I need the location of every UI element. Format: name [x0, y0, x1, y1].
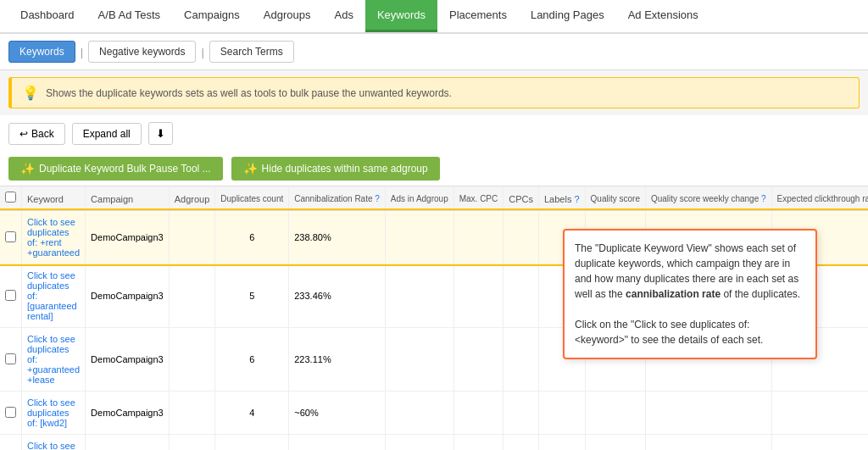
- col-header-cannib-rate: Cannibalization Rate ?: [289, 186, 386, 210]
- nav-campaigns[interactable]: Campaigns: [172, 0, 252, 32]
- nav-dashboard[interactable]: Dashboard: [8, 0, 86, 32]
- select-all-checkbox[interactable]: [5, 192, 16, 203]
- row-campaign: DemoCampaign3: [86, 392, 170, 435]
- toolbar: ↩ Back Expand all ⬇: [0, 115, 868, 152]
- subnav-divider: |: [81, 46, 83, 58]
- nav-placements[interactable]: Placements: [437, 0, 519, 32]
- banner-text: Shows the duplicate keywords sets as wel…: [46, 87, 452, 99]
- download-button[interactable]: ⬇: [148, 122, 173, 145]
- main-table-container: Keyword Campaign Adgroup Duplicates coun…: [0, 186, 868, 450]
- row-checkbox[interactable]: [5, 231, 16, 242]
- row-keyword: Click to see duplicates of: +guaranteed …: [22, 328, 86, 392]
- keyword-link[interactable]: Click to see duplicates of: +guaranteed …: [27, 441, 80, 450]
- col-header-quality-score: Quality score: [585, 186, 645, 210]
- row-cannib-rate: 238.80%: [289, 210, 386, 264]
- subnav-keywords[interactable]: Keywords: [8, 41, 75, 63]
- row-dup-count: 6: [215, 328, 289, 392]
- row-dup-count: 5: [215, 264, 289, 328]
- nav-ad-extensions[interactable]: Ad Extensions: [616, 0, 710, 32]
- info-icon: 💡: [22, 85, 39, 101]
- row-adgroup: [169, 210, 215, 264]
- row-cannib-rate: ~60%: [289, 392, 386, 435]
- expand-all-button[interactable]: Expand all: [72, 123, 142, 145]
- row-checkbox[interactable]: [5, 407, 16, 418]
- hide-duplicates-button[interactable]: ✨ Hide duplicates within same adgroup: [231, 157, 440, 181]
- wand-icon2: ✨: [243, 162, 258, 175]
- col-header-cpcs: CPCs: [504, 186, 539, 210]
- keyword-link[interactable]: Click to see duplicates of: [guaranteed …: [27, 270, 77, 321]
- col-header-checkbox: [0, 186, 22, 210]
- table-row: Click to see duplicates of: [kwd2]DemoCa…: [0, 392, 868, 435]
- nav-ab-tests[interactable]: A/B Ad Tests: [86, 0, 172, 32]
- row-ads-in-adgroup: [385, 328, 453, 392]
- col-header-qs-weekly: Quality score weekly change ?: [645, 186, 771, 210]
- col-header-keyword: Keyword: [22, 186, 86, 210]
- row-adgroup: [169, 328, 215, 392]
- row-ads-in-adgroup: [385, 210, 453, 264]
- keyword-link[interactable]: Click to see duplicates of: [kwd2]: [27, 397, 75, 428]
- row-dup-count: 6: [215, 210, 289, 264]
- hide-duplicates-label: Hide duplicates within same adgroup: [262, 163, 428, 175]
- tooltip-text1: The "Duplicate Keyword View" shows each …: [575, 241, 805, 302]
- col-header-labels: Labels ?: [538, 186, 585, 210]
- row-checkbox-cell: [0, 264, 22, 328]
- row-max-cpc: [453, 435, 504, 451]
- col-header-max-cpc: Max. CPC: [453, 186, 504, 210]
- row-qs-weekly: [645, 392, 771, 435]
- row-checkbox[interactable]: [5, 290, 16, 301]
- keyword-link[interactable]: Click to see duplicates of: +guaranteed …: [27, 334, 80, 385]
- subnav-search-terms[interactable]: Search Terms: [209, 41, 294, 63]
- nav-ads[interactable]: Ads: [323, 0, 365, 32]
- col-header-exp-ctr: Expected clickthrough rate: [771, 186, 868, 210]
- row-keyword: Click to see duplicates of: +rent +guara…: [22, 210, 86, 264]
- row-keyword: Click to see duplicates of: [kwd2]: [22, 392, 86, 435]
- back-arrow-icon: ↩: [19, 128, 28, 140]
- row-qs-weekly: [645, 435, 771, 451]
- duplicate-keyword-tool-button[interactable]: ✨ Duplicate Keyword Bulk Pause Tool ...: [8, 157, 223, 181]
- row-checkbox-cell: [0, 210, 22, 264]
- cannib-rate-info-icon[interactable]: ?: [375, 194, 380, 203]
- row-cpcs: [504, 328, 539, 392]
- tooltip-text3: Click on the "Click to see duplicates of…: [575, 317, 805, 347]
- row-checkbox-cell: [0, 392, 22, 435]
- row-labels: [538, 435, 585, 451]
- row-checkbox[interactable]: [5, 353, 16, 364]
- back-button[interactable]: ↩ Back: [8, 123, 65, 145]
- tooltip-bold: cannibalization rate: [626, 288, 721, 300]
- top-nav: Dashboard A/B Ad Tests Campaigns Adgroup…: [0, 0, 868, 34]
- row-ads-in-adgroup: [385, 435, 453, 451]
- download-icon: ⬇: [156, 127, 165, 140]
- row-adgroup: [169, 264, 215, 328]
- row-max-cpc: [453, 210, 504, 264]
- labels-info-icon[interactable]: ?: [574, 194, 579, 204]
- row-quality-score: [585, 435, 645, 451]
- row-checkbox-cell: [0, 328, 22, 392]
- row-quality-score: [585, 392, 645, 435]
- subnav-negative-keywords[interactable]: Negative keywords: [88, 41, 196, 63]
- sub-nav: Keywords | Negative keywords | Search Te…: [0, 34, 868, 70]
- expand-label: Expand all: [83, 128, 131, 140]
- qs-weekly-info-icon[interactable]: ?: [761, 194, 766, 203]
- info-banner: 💡 Shows the duplicate keywords sets as w…: [8, 77, 860, 108]
- keyword-link[interactable]: Click to see duplicates of: +rent +guara…: [27, 217, 80, 258]
- back-label: Back: [31, 128, 54, 140]
- row-exp-ctr: [771, 392, 868, 435]
- col-header-ads-in-adgroup: Ads in Adgroup: [385, 186, 453, 210]
- duplicate-tool-label: Duplicate Keyword Bulk Pause Tool ...: [39, 163, 211, 175]
- nav-adgroups[interactable]: Adgroups: [252, 0, 323, 32]
- col-header-campaign: Campaign: [86, 186, 170, 210]
- col-header-dup-count: Duplicates count: [215, 186, 289, 210]
- tooltip-box: The "Duplicate Keyword View" shows each …: [563, 229, 817, 359]
- row-ads-in-adgroup: [385, 392, 453, 435]
- row-cpcs: [504, 435, 539, 451]
- row-cpcs: [504, 264, 539, 328]
- table-row: Click to see duplicates of: +guaranteed …: [0, 435, 868, 451]
- nav-landing-pages[interactable]: Landing Pages: [519, 0, 616, 32]
- row-cannib-rate: 295.73%: [289, 435, 386, 451]
- wand-icon: ✨: [20, 162, 35, 175]
- row-adgroup: [169, 392, 215, 435]
- nav-keywords[interactable]: Keywords: [365, 0, 437, 32]
- row-labels: [538, 392, 585, 435]
- subnav-divider2: |: [201, 46, 203, 58]
- tool-row: ✨ Duplicate Keyword Bulk Pause Tool ... …: [0, 152, 868, 186]
